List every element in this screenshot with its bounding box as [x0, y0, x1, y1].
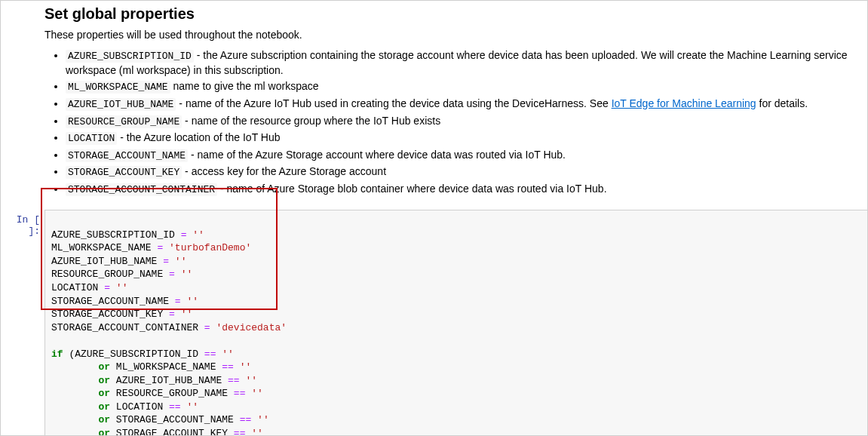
- inline-code: STORAGE_ACCOUNT_NAME: [66, 149, 188, 162]
- inline-code: STORAGE_ACCOUNT_KEY: [66, 166, 182, 179]
- list-item: STORAGE_ACCOUNT_KEY - access key for the…: [66, 164, 858, 180]
- notebook-container: Set global properties These properties w…: [0, 0, 868, 436]
- inline-code: STORAGE_ACCOUNT_CONTAINER: [66, 183, 217, 196]
- list-item: STORAGE_ACCOUNT_CONTAINER - name of Azur…: [66, 182, 858, 197]
- section-heading: Set global properties: [44, 5, 858, 23]
- markdown-cell: Set global properties These properties w…: [1, 1, 867, 210]
- input-prompt: In [ ]:: [1, 210, 44, 436]
- inline-code: RESOURCE_GROUP_NAME: [66, 115, 182, 128]
- inline-code: AZURE_SUBSCRIPTION_ID: [66, 50, 194, 63]
- list-item: RESOURCE_GROUP_NAME - name of the resour…: [66, 114, 858, 129]
- list-item: AZURE_SUBSCRIPTION_ID - the Azure subscr…: [66, 48, 858, 77]
- properties-list: AZURE_SUBSCRIPTION_ID - the Azure subscr…: [44, 48, 858, 196]
- inline-code: AZURE_IOT_HUB_NAME: [66, 98, 176, 111]
- intro-text: These properties will be used throughout…: [44, 29, 858, 41]
- doc-link[interactable]: IoT Edge for Machine Learning: [612, 97, 756, 109]
- list-item: AZURE_IOT_HUB_NAME - name of the Azure I…: [66, 97, 858, 112]
- code-cell[interactable]: In [ ]: AZURE_SUBSCRIPTION_ID = '' ML_WO…: [1, 210, 867, 436]
- list-item: ML_WORKSPACE_NAME name to give the ml wo…: [66, 79, 858, 94]
- inline-code: ML_WORKSPACE_NAME: [66, 81, 170, 94]
- code-editor[interactable]: AZURE_SUBSCRIPTION_ID = '' ML_WORKSPACE_…: [44, 210, 867, 436]
- list-item: STORAGE_ACCOUNT_NAME - name of the Azure…: [66, 148, 858, 163]
- list-item: LOCATION - the Azure location of the IoT…: [66, 130, 858, 146]
- inline-code: LOCATION: [66, 132, 117, 145]
